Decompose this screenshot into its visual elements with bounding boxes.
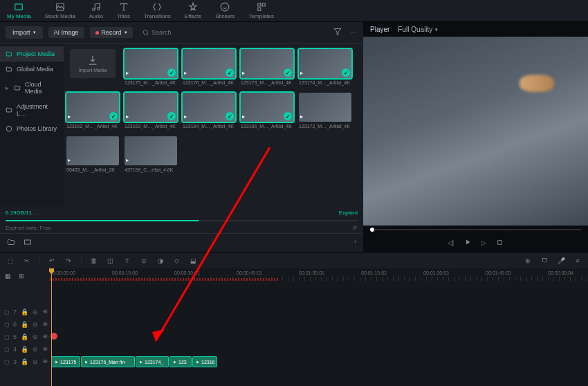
mute-icon[interactable]: ⊖ <box>33 309 38 315</box>
tab-stickers[interactable]: Stickers <box>208 0 241 21</box>
filter-icon[interactable] <box>332 26 343 39</box>
shield-icon[interactable]: ⛉ <box>540 257 549 264</box>
redo-icon[interactable]: ↷ <box>64 257 73 264</box>
refresh-icon[interactable]: ⟳ <box>353 225 358 231</box>
track-toggle[interactable]: ◻ <box>4 346 9 353</box>
lock-icon[interactable]: 🔒 <box>21 358 28 365</box>
tab-effects[interactable]: Effects <box>178 0 208 21</box>
search-icon <box>143 29 149 36</box>
media-thumb[interactable]: ▸✓ <box>66 93 119 122</box>
text-icon[interactable]: T <box>122 257 132 264</box>
folder-icon <box>14 84 21 91</box>
ruler-mark: 00:01:15:02 <box>361 270 387 275</box>
mute-icon[interactable]: ⊖ <box>33 358 38 365</box>
media-thumb[interactable]: ▸✓ <box>241 49 293 78</box>
media-item-name: 437159_C…rtlist_4.6K <box>125 165 177 174</box>
expand-link[interactable]: Expand <box>339 210 358 216</box>
stop-icon[interactable] <box>496 239 504 248</box>
preview-viewport[interactable] <box>363 37 588 226</box>
folder-icon <box>6 50 12 57</box>
photos-icon <box>6 125 12 132</box>
lock-icon[interactable]: 🔒 <box>21 309 28 315</box>
media-thumb[interactable]: ▸ <box>299 93 351 122</box>
visibility-icon[interactable]: 👁 <box>42 309 48 315</box>
sidebar-adjustment[interactable]: Adjustment L… <box>0 99 64 121</box>
timeline-clip[interactable]: 123176_Man fin <box>81 356 135 367</box>
media-item-name: 123173_M…_Artlist_4K <box>241 78 293 87</box>
select-tool-icon[interactable]: ⬚ <box>6 257 15 264</box>
play-icon[interactable] <box>463 238 472 248</box>
lock-icon[interactable]: 🔒 <box>21 346 28 353</box>
media-thumb[interactable]: ▸✓ <box>183 93 235 122</box>
timeline-mode-b-icon[interactable]: ⊞ <box>17 271 26 281</box>
speed-icon[interactable]: ⊙ <box>139 257 149 264</box>
timeline-ruler[interactable]: 00:00:00:0000:00:15:0000:00:30:0100:00:4… <box>50 268 588 282</box>
cut-tool-icon[interactable]: ✂ <box>22 257 32 264</box>
mute-icon[interactable]: ⊖ <box>33 333 38 340</box>
visibility-icon[interactable]: 👁 <box>42 333 48 340</box>
ruler-mark: 00:01:30:03 <box>423 270 449 275</box>
tab-templates[interactable]: Templates <box>242 0 281 21</box>
folder-icon[interactable] <box>22 237 33 249</box>
crop-icon[interactable]: ◫ <box>106 257 116 264</box>
new-folder-icon[interactable] <box>6 237 17 249</box>
track-toggle[interactable]: ◻ <box>4 309 9 315</box>
scrubber[interactable] <box>363 226 588 234</box>
marker-icon[interactable]: ⬓ <box>189 257 199 264</box>
sidebar-global-media[interactable]: Global Media <box>0 62 64 77</box>
folder-icon <box>6 107 12 113</box>
media-item-name: 123175_M…_Artlist_4K <box>125 78 177 87</box>
keyframe-icon[interactable]: ◇ <box>172 257 182 264</box>
tab-transitions[interactable]: Transitions <box>137 0 178 21</box>
mute-icon[interactable]: ⊖ <box>33 321 38 328</box>
track-toggle[interactable]: ◻ <box>4 358 9 365</box>
sidebar-cloud-media[interactable]: ▸Cloud Media <box>0 77 64 99</box>
collapse-icon[interactable]: ‹ <box>353 237 358 249</box>
lock-icon[interactable]: 🔒 <box>21 321 28 328</box>
mute-icon[interactable]: ⊖ <box>33 346 38 353</box>
more-icon[interactable]: ⋯ <box>349 28 358 37</box>
timeline-clip[interactable]: 123 <box>169 356 192 367</box>
undo-icon[interactable]: ↶ <box>47 257 57 264</box>
search-input[interactable] <box>138 27 327 38</box>
media-thumb[interactable]: ▸✓ <box>125 93 177 122</box>
media-thumb[interactable]: ▸✓ <box>241 93 293 122</box>
import-media-tile[interactable]: Import Media <box>70 49 116 78</box>
sidebar-photos[interactable]: Photos Library <box>0 121 64 136</box>
timeline-clip[interactable]: 12316 <box>192 356 217 367</box>
quality-select[interactable]: Full Quality▾ <box>398 26 438 33</box>
track-toggle[interactable]: ◻ <box>4 333 9 340</box>
prev-frame-icon[interactable]: ◁| <box>448 239 454 246</box>
media-thumb[interactable]: ▸ <box>66 136 119 165</box>
media-thumb[interactable]: ▸✓ <box>299 49 351 78</box>
tab-audio[interactable]: Audio <box>82 0 110 21</box>
media-item-name: 123162_M…_Artlist_4K <box>66 122 119 131</box>
render-icon[interactable]: ⊛ <box>523 257 533 264</box>
storage-progress <box>6 220 358 221</box>
folder-icon <box>6 66 12 73</box>
lock-icon[interactable]: 🔒 <box>21 333 28 340</box>
import-button[interactable]: Import▾ <box>6 26 43 39</box>
visibility-icon[interactable]: 👁 <box>42 321 48 328</box>
tab-stock-media[interactable]: Stock Media <box>38 0 82 21</box>
visibility-icon[interactable]: 👁 <box>42 346 48 353</box>
visibility-icon[interactable]: 👁 <box>42 358 48 365</box>
ai-image-button[interactable]: AI Image <box>48 27 84 38</box>
mixer-icon[interactable]: ≡ <box>573 257 582 264</box>
media-thumb[interactable]: ▸ <box>125 136 177 165</box>
track-toggle[interactable]: ◻ <box>4 321 9 328</box>
next-frame-icon[interactable]: ▷ <box>481 239 486 246</box>
color-icon[interactable]: ◑ <box>156 257 165 264</box>
delete-icon[interactable]: 🗑 <box>89 257 99 264</box>
media-thumb[interactable]: ▸✓ <box>183 49 235 78</box>
timeline-clip[interactable]: 123175 <box>51 356 80 367</box>
timeline-mode-a-icon[interactable]: ▦ <box>3 271 12 281</box>
timeline-clip[interactable]: 123174_ <box>136 356 169 367</box>
tab-titles[interactable]: Titles <box>110 0 137 21</box>
sidebar-project-media[interactable]: Project Media <box>0 46 64 62</box>
playhead[interactable] <box>51 268 52 386</box>
record-button[interactable]: Record▾ <box>90 27 133 38</box>
tab-my-media[interactable]: My Media <box>0 0 38 21</box>
mic-icon[interactable]: 🎤 <box>556 257 566 264</box>
media-thumb[interactable]: ▸✓ <box>125 49 177 78</box>
